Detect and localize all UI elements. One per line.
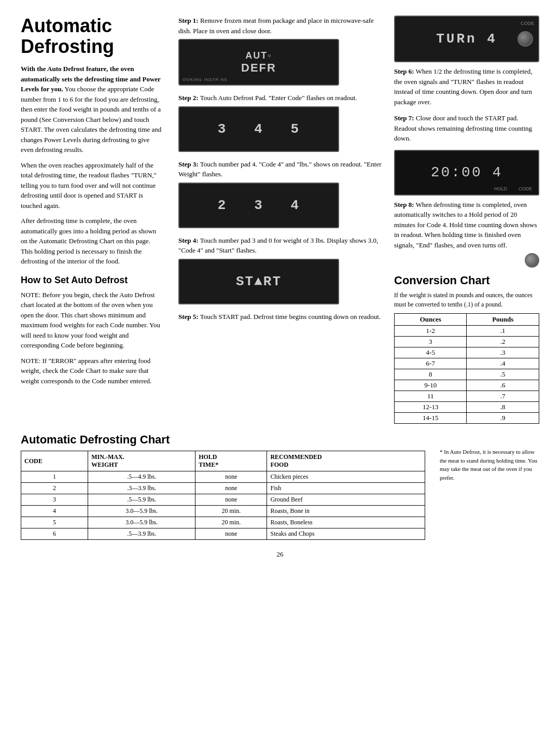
table-row: 6.5—3.9 lbs.noneSteaks and Chops [21,528,425,540]
table-row: 3.5—5.9 lbs.noneGround Beef [21,494,425,506]
step6-display: TURn 4 CODE [394,16,539,62]
title-line1: Automatic [21,15,112,36]
col-header-pounds: Pounds [467,314,539,326]
step2-block: Step 2: Touch Auto Defrost Pad. "Enter C… [178,93,382,152]
step5-text: Step 5: Touch START pad. Defrost time be… [178,312,382,322]
table-row: 1.5—4.9 lbs.noneChicken pieces [21,471,425,483]
step8-text: Step 8: When defrosting time is complete… [394,200,539,250]
footnote-column: * In Auto Defrost, it is necessary to al… [436,433,539,540]
footnote-text: * In Auto Defrost, it is necessary to al… [440,448,539,482]
intro-paragraph: With the Auto Defrost feature, the oven … [21,64,162,155]
step2-display: 3 4 5 [178,106,339,152]
step1-text: Step 1: Remove frozen meat from package … [178,16,382,36]
col-header-ounces: Ounces [395,314,467,326]
defrost-table: CODE MIN.-MAX.WEIGHT HOLDTIME* RECOMMEND… [21,451,425,540]
defrost-col-hold: HOLDTIME* [195,451,267,471]
table-row: 9-10.6 [395,380,539,391]
intro-rest: You choose the appropriate Code number f… [21,85,161,154]
code-corner-label: CODE [521,21,534,26]
step4-display: ST▲RT [178,259,339,304]
step1-block: Step 1: Remove frozen meat from package … [178,16,382,86]
page-number: 26 [21,550,539,559]
defrost-chart-section: Automatic Defrosting Chart CODE MIN.-MAX… [21,433,425,540]
page-container: Automatic Defrosting With the Auto Defro… [21,16,539,559]
defrost-col-code: CODE [21,451,88,471]
knob-icon [517,31,533,47]
right-column: TURn 4 CODE Step 6: When 1/2 the defrost… [389,16,539,424]
note2: NOTE: If "ERROR" appears after entering … [21,356,162,386]
step2-text: Step 2: Touch Auto Defrost Pad. "Enter C… [178,93,382,103]
defrost-chart-heading: Automatic Defrosting Chart [21,433,425,447]
table-row: 3.2 [395,337,539,347]
bottom-section: Automatic Defrosting Chart CODE MIN.-MAX… [21,433,539,540]
para3: After defrosting time is complete, the o… [21,216,162,267]
table-row: 43.0—5.9 lbs.20 min.Roasts, Bone in [21,506,425,517]
step6-text: Step 6: When 1/2 the defrosting time is … [394,66,539,107]
ooking-label: OOKING INSTR NS [183,77,228,82]
top-section: Automatic Defrosting With the Auto Defro… [21,16,539,424]
table-row: 6-7.4 [395,358,539,369]
step4-text: Step 4: Touch number pad 3 and 0 for wei… [178,235,382,256]
conversion-table: Ounces Pounds 1-2.13.24-5.36-7.48.59-10.… [394,313,539,424]
defrost-col-food: RECOMMENDEDFOOD [267,451,425,471]
left-column: Automatic Defrosting With the Auto Defro… [21,16,171,424]
page-title: Automatic Defrosting [21,16,162,57]
table-row: 8.5 [395,369,539,380]
table-row: 1-2.1 [395,326,539,337]
step7-display: 20:00 4 HOLD CODE [394,150,539,196]
table-row: 12-13.8 [395,402,539,413]
table-row: 11.7 [395,391,539,402]
step3-block: Step 3: Touch number pad 4. "Code 4" and… [178,159,382,228]
conversion-description: If the weight is stated in pounds and ou… [394,290,539,309]
table-row: 14-15.9 [395,413,539,424]
title-line2: Defrosting [21,36,114,57]
table-row: 2.3—3.9 lbs.noneFish [21,483,425,494]
conversion-chart-section: Conversion Chart If the weight is stated… [394,274,539,424]
step5-block: Step 5: Touch START pad. Defrost time be… [178,312,382,322]
step1-display: AUT◦ DEFR OOKING INSTR NS [178,39,339,86]
table-row: 4-5.3 [395,347,539,358]
step6-block: Step 6: When 1/2 the defrosting time is … [394,66,539,107]
code-label: CODE [519,186,532,191]
knob-step8-icon [525,253,539,268]
step8-block: Step 8: When defrosting time is complete… [394,200,539,268]
step7-block: Step 7: Close door and touch the START p… [394,113,539,144]
step7-text: Step 7: Close door and touch the START p… [394,113,539,144]
note1: NOTE: Before you begin, check the Auto D… [21,290,162,351]
conversion-heading: Conversion Chart [394,274,539,287]
how-to-heading: How to Set Auto Defrost [21,275,162,286]
table-row: 53.0—5.9 lbs.20 min.Roasts, Boneless [21,517,425,528]
hold-label: HOLD [494,186,507,191]
defrost-col-weight: MIN.-MAX.WEIGHT [88,451,195,471]
step4-block: Step 4: Touch number pad 3 and 0 for wei… [178,235,382,304]
para2: When the oven reaches approximately half… [21,160,162,211]
step3-display: 2 3 4 [178,183,339,228]
step3-text: Step 3: Touch number pad 4. "Code 4" and… [178,159,382,179]
middle-column: Step 1: Remove frozen meat from package … [171,16,389,424]
